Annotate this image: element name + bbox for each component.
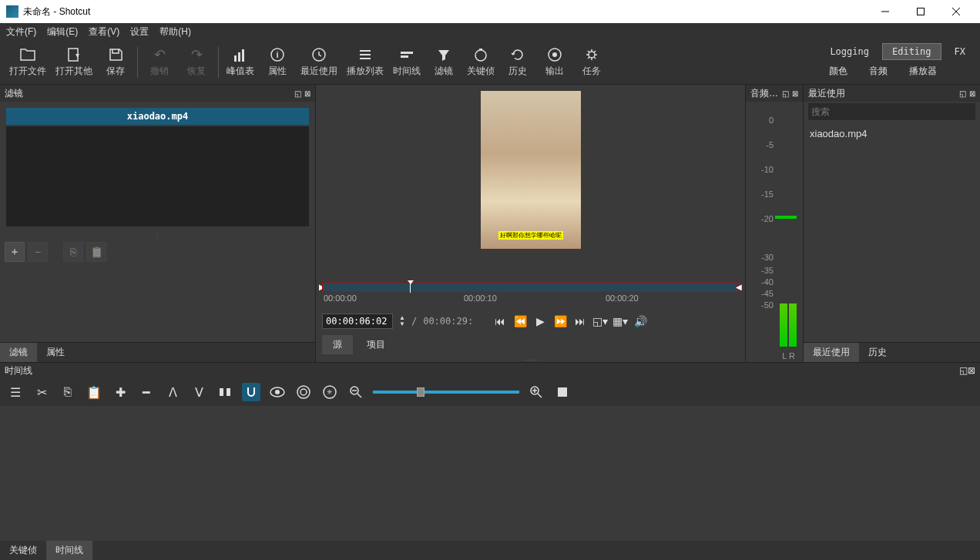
audio-link[interactable]: 音频: [860, 62, 897, 81]
fx-mode-button[interactable]: FX: [945, 43, 975, 60]
paste-button[interactable]: 📋: [85, 383, 103, 401]
folder-open-icon: [19, 46, 36, 63]
tab-source[interactable]: 源: [322, 335, 353, 354]
tab-timeline[interactable]: 时间线: [46, 541, 92, 560]
time-ruler[interactable]: 00:00:00 00:00:10 00:00:20: [322, 293, 739, 310]
play-button[interactable]: ▶: [533, 314, 547, 328]
skip-end-button[interactable]: ⏭: [573, 314, 587, 328]
menu-settings[interactable]: 设置: [130, 25, 149, 39]
svg-point-20: [552, 52, 557, 57]
undock-icon[interactable]: ◱: [959, 89, 966, 98]
current-timecode-input[interactable]: [322, 314, 393, 329]
svg-line-31: [357, 394, 361, 397]
undock-icon[interactable]: ◱: [959, 365, 968, 376]
recent-button[interactable]: 最近使用: [296, 43, 342, 81]
meter-panel-title: 音频…: [750, 87, 778, 100]
logging-mode-button[interactable]: Logging: [820, 43, 879, 60]
zoom-in-button[interactable]: [527, 383, 545, 401]
timeline-menu-button[interactable]: ☰: [6, 383, 25, 401]
tab-keyframes[interactable]: 关键侦: [0, 541, 46, 560]
scrub-audio-button[interactable]: [268, 383, 287, 401]
overwrite-button[interactable]: ᐯ: [190, 383, 208, 401]
svg-rect-7: [238, 52, 240, 62]
export-button[interactable]: 输出: [536, 43, 573, 81]
svg-point-26: [297, 386, 310, 398]
editing-mode-button[interactable]: Editing: [882, 43, 941, 60]
open-file-button[interactable]: 打开文件: [5, 43, 51, 81]
ripple-button[interactable]: [294, 383, 313, 401]
zoom-out-button[interactable]: [347, 383, 365, 401]
meter-bar-left: [780, 303, 787, 347]
video-preview[interactable]: [316, 85, 745, 283]
redo-button[interactable]: ↷ 恢复: [178, 43, 215, 81]
playlist-button[interactable]: 播放列表: [342, 43, 388, 81]
tab-recent[interactable]: 最近使用: [804, 343, 859, 362]
skip-start-button[interactable]: ⏮: [493, 314, 507, 328]
filters-button[interactable]: 滤镜: [425, 43, 462, 81]
cut-button[interactable]: ✂: [32, 383, 51, 401]
undock-icon[interactable]: ◱: [294, 89, 301, 98]
timeline-icon: [399, 46, 414, 63]
tab-properties[interactable]: 属性: [37, 343, 74, 362]
close-panel-icon[interactable]: ⊠: [304, 89, 310, 98]
copy-button[interactable]: ⎘: [59, 383, 77, 401]
close-button[interactable]: [938, 0, 974, 23]
svg-text:✳: ✳: [327, 388, 333, 396]
close-panel-icon[interactable]: ⊠: [969, 89, 975, 98]
menu-edit[interactable]: 编辑(E): [47, 25, 78, 39]
close-panel-icon[interactable]: ⊠: [968, 365, 975, 376]
add-filter-button[interactable]: ＋: [5, 242, 25, 262]
tc-down-icon[interactable]: ▼: [399, 321, 405, 327]
peak-meter-button[interactable]: 峰值表: [222, 43, 259, 81]
rewind-button[interactable]: ⏪: [513, 314, 527, 328]
player-link[interactable]: 播放器: [900, 62, 946, 81]
audio-meter-panel: 音频… ◱⊠ 0 -5 -10 -15 -20 -30 -35 -40 -45 …: [745, 85, 803, 362]
window-titlebar: 未命名 - Shotcut: [0, 0, 980, 23]
zoom-slider[interactable]: [373, 391, 519, 394]
keyframes-button[interactable]: 关键侦: [462, 43, 499, 81]
clip-item[interactable]: xiaodao.mp4: [6, 108, 309, 125]
minimize-button[interactable]: [868, 0, 903, 23]
tab-filters[interactable]: 滤镜: [0, 343, 37, 362]
copy-filter-button[interactable]: ⎘: [63, 242, 83, 262]
list-icon: [358, 46, 372, 63]
paste-filter-button[interactable]: 📋: [86, 242, 106, 262]
timeline-button[interactable]: 时间线: [388, 43, 425, 81]
history-button[interactable]: 历史: [499, 43, 536, 81]
remove-filter-button[interactable]: −: [28, 242, 48, 262]
tab-project[interactable]: 项目: [356, 335, 396, 354]
split-button[interactable]: [216, 383, 234, 401]
color-link[interactable]: 颜色: [820, 62, 857, 81]
zoom-fit-button[interactable]: [553, 383, 572, 401]
maximize-button[interactable]: [903, 0, 938, 23]
volume-button[interactable]: 🔊: [633, 314, 647, 328]
undock-icon[interactable]: ◱: [782, 89, 789, 98]
grid-dropdown[interactable]: ▦▾: [613, 314, 627, 328]
properties-button[interactable]: i 属性: [259, 43, 296, 81]
zoom-slider-thumb[interactable]: [417, 387, 425, 397]
tab-history[interactable]: 历史: [859, 343, 896, 362]
open-other-button[interactable]: ▾ 打开其他: [51, 43, 97, 81]
remove-button[interactable]: ━: [137, 383, 156, 401]
out-marker-icon[interactable]: ◀: [736, 283, 742, 291]
timeline-tracks-area[interactable]: [0, 406, 980, 541]
recent-item[interactable]: xiaodao.mp4: [810, 126, 974, 141]
jobs-button[interactable]: 任务: [573, 43, 610, 81]
menu-file[interactable]: 文件(F): [6, 25, 36, 39]
ripple-all-button[interactable]: ✳: [321, 383, 339, 401]
snap-button[interactable]: [242, 383, 260, 401]
append-button[interactable]: ✚: [111, 383, 129, 401]
scrubber[interactable]: [322, 283, 739, 292]
history-icon: [511, 46, 525, 63]
recent-search-input[interactable]: [808, 103, 975, 120]
playhead[interactable]: [410, 283, 411, 293]
close-panel-icon[interactable]: ⊠: [792, 89, 798, 98]
fast-forward-button[interactable]: ⏩: [553, 314, 567, 328]
separator: [137, 47, 138, 78]
undo-button[interactable]: ↶ 撤销: [141, 43, 178, 81]
zoom-dropdown[interactable]: ◱▾: [593, 314, 607, 328]
menu-view[interactable]: 查看(V): [89, 25, 119, 39]
save-button[interactable]: 保存: [97, 43, 134, 81]
menu-help[interactable]: 帮助(H): [159, 25, 191, 39]
lift-button[interactable]: ᐱ: [163, 383, 182, 401]
